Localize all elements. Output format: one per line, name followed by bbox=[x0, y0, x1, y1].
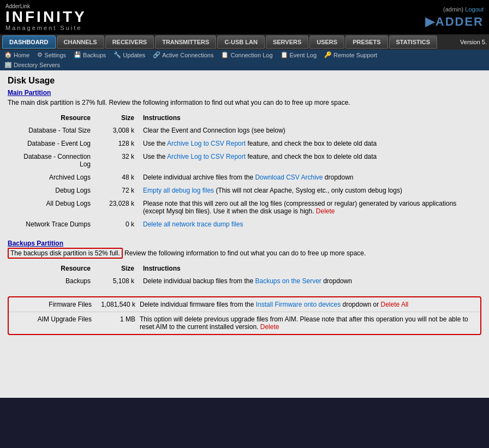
firmware-instr: Delete individual firmware files from th… bbox=[140, 301, 480, 308]
instr-text: feature, and check the box to delete old… bbox=[246, 140, 377, 147]
resource-cell: Database - Event Log bbox=[8, 137, 95, 150]
subnav-directory-servers[interactable]: 🏢 Directory Servers bbox=[4, 61, 60, 68]
instr-text: dropdown bbox=[323, 174, 354, 181]
nav-tab-dashboard[interactable]: DASHBOARD bbox=[2, 35, 56, 49]
subnav-active-connections[interactable]: 🔗 Active Connections bbox=[153, 51, 213, 58]
delete-aim-link[interactable]: Delete bbox=[260, 323, 279, 331]
connections-icon: 🔗 bbox=[153, 51, 160, 58]
table-row: Database - Event Log 128 k Use the Archi… bbox=[8, 137, 481, 150]
version-label: Version 5. bbox=[460, 39, 487, 45]
main-partition-desc: The main disk partition is 27% full. Rev… bbox=[8, 99, 481, 106]
archive-log-link-2[interactable]: Archive Log to CSV Report bbox=[167, 153, 246, 160]
backups-server-link[interactable]: Backups on the Server bbox=[255, 277, 321, 285]
install-firmware-link[interactable]: Install Firmware onto devices bbox=[256, 301, 341, 308]
col-header-resource: Resource bbox=[8, 112, 95, 124]
col-header-size-b: Size bbox=[95, 262, 139, 274]
instr-cell: Use the Archive Log to CSV Report featur… bbox=[139, 150, 481, 171]
subnav-settings-label: Settings bbox=[44, 52, 66, 58]
nav-tab-statistics[interactable]: STATISTICS bbox=[389, 35, 438, 49]
nav-tab-cusb[interactable]: C-USB LAN bbox=[217, 35, 265, 49]
content-area: Disk Usage Main Partition The main disk … bbox=[0, 70, 489, 398]
brand-name: INFINITY bbox=[5, 9, 87, 25]
table-row: Backups 5,108 k Delete individual backup… bbox=[8, 274, 481, 288]
page-title: Disk Usage bbox=[8, 76, 481, 86]
instr-cell: Delete all network trace dump files bbox=[139, 218, 481, 231]
subnav-home-label: Home bbox=[14, 52, 29, 58]
settings-icon: ⚙ bbox=[37, 51, 43, 58]
aim-instr: This option will delete previous upgrade… bbox=[140, 315, 480, 331]
home-icon: 🏠 bbox=[4, 51, 12, 58]
main-partition-heading[interactable]: Main Partition bbox=[8, 89, 481, 97]
empty-debug-link[interactable]: Empty all debug log files bbox=[143, 187, 214, 194]
firmware-instr-middle: dropdown or bbox=[341, 301, 380, 308]
resource-cell: Debug Logs bbox=[8, 184, 95, 197]
firmware-size: 1,081,540 k bbox=[96, 301, 140, 308]
brand-sub: Management Suite bbox=[5, 25, 87, 31]
subnav-active-connections-label: Active Connections bbox=[162, 52, 213, 58]
main-partition-section: Main Partition The main disk partition i… bbox=[8, 89, 481, 231]
subnav-event-log[interactable]: 📋 Event Log bbox=[281, 51, 317, 58]
directory-servers-icon: 🏢 bbox=[4, 61, 12, 68]
size-cell: 23,028 k bbox=[95, 197, 139, 218]
instr-cell: Empty all debug log files (This will not… bbox=[139, 184, 481, 197]
nav-tab-receivers[interactable]: RECEIVERS bbox=[105, 35, 154, 49]
subnav-backups[interactable]: 💾 Backups bbox=[74, 51, 106, 58]
size-cell: 0 k bbox=[95, 218, 139, 231]
table-row: Database - Total Size 3,008 k Clear the … bbox=[8, 124, 481, 137]
subnav-remote-support-label: Remote Support bbox=[333, 52, 377, 58]
nav-tab-channels[interactable]: CHANNELS bbox=[57, 35, 104, 49]
subnav-backups-label: Backups bbox=[83, 52, 106, 58]
subnav-updates-label: Updates bbox=[123, 52, 145, 58]
archive-log-link-1[interactable]: Archive Log to CSV Report bbox=[167, 140, 246, 147]
resource-cell: All Debug Logs bbox=[8, 197, 95, 218]
delete-trace-link[interactable]: Delete all network trace dump files bbox=[143, 220, 243, 228]
nav-tab-presets[interactable]: PRESETS bbox=[345, 35, 387, 49]
subnav-home[interactable]: 🏠 Home bbox=[4, 51, 29, 58]
nav-tab-users[interactable]: USERS bbox=[309, 35, 344, 49]
main-partition-table: Resource Size Instructions Database - To… bbox=[8, 112, 481, 231]
nav-tab-servers[interactable]: SERVERS bbox=[266, 35, 308, 49]
header: AdderLink INFINITY Management Suite (adm… bbox=[0, 0, 489, 34]
resource-cell: Database - Total Size bbox=[8, 124, 95, 137]
firmware-resource: Firmware Files bbox=[9, 301, 96, 308]
subnav-event-log-label: Event Log bbox=[290, 52, 317, 58]
size-cell: 32 k bbox=[95, 150, 139, 171]
instr-text: (This will not clear Apache, Syslog etc.… bbox=[214, 187, 402, 194]
backups-partition-heading[interactable]: Backups Partition bbox=[8, 240, 481, 247]
instr-cell: Please note that this will zero out all … bbox=[139, 197, 481, 218]
logout-link[interactable]: Logout bbox=[465, 6, 484, 13]
aim-upgrade-row: AIM Upgrade Files 1 MB This option will … bbox=[9, 312, 480, 334]
subnav-settings[interactable]: ⚙ Settings bbox=[37, 51, 66, 58]
admin-info: (admin) Logout bbox=[425, 6, 484, 13]
size-cell: 48 k bbox=[95, 171, 139, 184]
resource-cell: Backups bbox=[8, 274, 95, 288]
subnav-updates[interactable]: 🔧 Updates bbox=[114, 51, 145, 58]
instr-cell: Delete individual backup files from the … bbox=[139, 274, 481, 288]
size-cell: 5,108 k bbox=[95, 274, 139, 288]
resource-cell: Network Trace Dumps bbox=[8, 218, 95, 231]
delete-all-firmware-link[interactable]: Delete All bbox=[381, 301, 409, 308]
col-header-resource-b: Resource bbox=[8, 262, 95, 274]
instr-text: Use the bbox=[143, 153, 167, 160]
backups-partition-table: Resource Size Instructions Backups 5,108… bbox=[8, 262, 481, 288]
sub-nav-2: 🏢 Directory Servers bbox=[0, 60, 489, 70]
download-csv-link[interactable]: Download CSV Archive bbox=[255, 174, 323, 181]
instr-cell: Use the Archive Log to CSV Report featur… bbox=[139, 137, 481, 150]
instr-text: Use the bbox=[143, 140, 167, 147]
size-cell: 3,008 k bbox=[95, 124, 139, 137]
subnav-connection-log[interactable]: 📋 Connection Log bbox=[221, 51, 272, 58]
instr-text: Delete individual archive files from the bbox=[143, 174, 255, 181]
delete-all-debug-link[interactable]: Delete bbox=[316, 207, 335, 215]
resource-cell: Archived Logs bbox=[8, 171, 95, 184]
instr-cell: Clear the Event and Connection logs (see… bbox=[139, 124, 481, 137]
remote-support-icon: 🔑 bbox=[324, 51, 332, 58]
table-row: Database - Connection Log 32 k Use the A… bbox=[8, 150, 481, 171]
subnav-remote-support[interactable]: 🔑 Remote Support bbox=[324, 51, 377, 58]
table-row: Network Trace Dumps 0 k Delete all netwo… bbox=[8, 218, 481, 231]
aim-instr-text: This option will delete previous upgrade… bbox=[140, 315, 468, 331]
size-cell: 128 k bbox=[95, 137, 139, 150]
updates-icon: 🔧 bbox=[114, 51, 121, 58]
firmware-instr-text: Delete individual firmware files from th… bbox=[140, 301, 256, 308]
nav-tab-transmitters[interactable]: TRANSMITTERS bbox=[155, 35, 216, 49]
table-row: Archived Logs 48 k Delete individual arc… bbox=[8, 171, 481, 184]
